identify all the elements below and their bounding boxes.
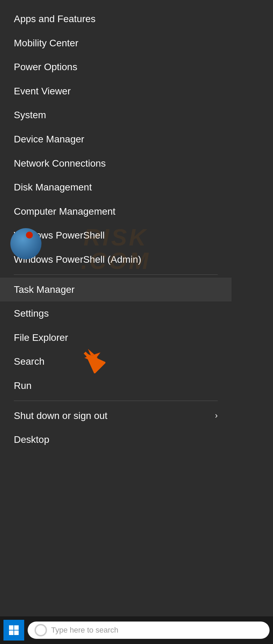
menu-item-label-windows-powershell-admin: Windows PowerShell (Admin) [14,254,141,265]
menu-item-windows-powershell[interactable]: Windows PowerShell [0,223,232,248]
context-menu: Apps and FeaturesMobility CenterPower Op… [0,0,232,452]
menu-item-power-options[interactable]: Power Options [0,55,232,79]
menu-item-label-network-connections: Network Connections [14,158,106,169]
search-placeholder-text: Type here to search [51,626,118,635]
menu-item-apps-features[interactable]: Apps and Features [0,7,232,31]
menu-item-label-desktop: Desktop [14,434,49,446]
menu-item-label-computer-management: Computer Management [14,206,115,217]
svg-rect-5 [14,631,19,635]
menu-item-shut-down[interactable]: Shut down or sign out› [0,404,232,428]
menu-item-event-viewer[interactable]: Event Viewer [0,79,232,103]
menu-item-network-connections[interactable]: Network Connections [0,151,232,176]
menu-item-label-windows-powershell: Windows PowerShell [14,230,105,241]
menu-item-search[interactable]: Search [0,349,232,374]
menu-divider [14,401,218,401]
menu-item-file-explorer[interactable]: File Explorer [0,326,232,350]
menu-item-run[interactable]: Run [0,374,232,398]
submenu-arrow-icon: › [215,411,218,421]
svg-rect-2 [9,625,13,630]
menu-item-label-run: Run [14,380,31,392]
menu-item-label-system: System [14,109,46,121]
start-button[interactable] [3,620,24,641]
taskbar-search-bar[interactable]: Type here to search [28,622,270,639]
taskbar: Type here to search [0,616,273,644]
menu-item-label-mobility-center: Mobility Center [14,37,78,49]
menu-item-computer-management[interactable]: Computer Management [0,199,232,224]
menu-divider [14,274,218,275]
menu-item-system[interactable]: System [0,103,232,127]
menu-item-label-disk-management: Disk Management [14,181,92,193]
menu-item-desktop[interactable]: Desktop [0,428,232,452]
menu-item-label-settings: Settings [14,308,49,319]
menu-item-disk-management[interactable]: Disk Management [0,175,232,199]
menu-item-task-manager[interactable]: Task Manager [0,278,232,302]
menu-item-device-manager[interactable]: Device Manager [0,127,232,151]
menu-item-label-event-viewer: Event Viewer [14,85,70,97]
menu-item-label-task-manager: Task Manager [14,284,75,296]
menu-item-label-file-explorer: File Explorer [14,332,68,344]
menu-item-windows-powershell-admin[interactable]: Windows PowerShell (Admin) [0,248,232,272]
search-circle-icon [35,624,47,636]
menu-item-mobility-center[interactable]: Mobility Center [0,31,232,55]
svg-rect-3 [14,625,19,630]
menu-item-settings[interactable]: Settings [0,301,232,326]
menu-item-label-device-manager: Device Manager [14,133,84,145]
menu-item-label-shut-down: Shut down or sign out [14,410,107,422]
menu-item-label-search: Search [14,356,45,367]
menu-item-label-apps-features: Apps and Features [14,13,96,25]
menu-item-label-power-options: Power Options [14,61,77,73]
svg-rect-4 [9,631,13,635]
